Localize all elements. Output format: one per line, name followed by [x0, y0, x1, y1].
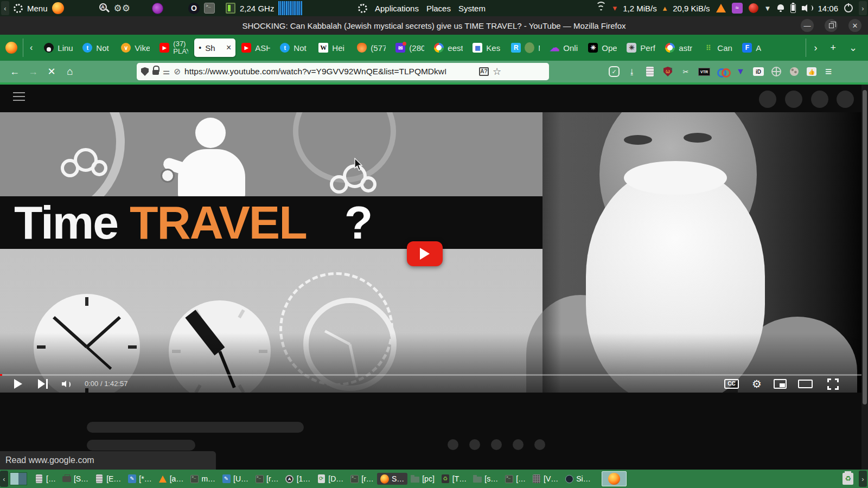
tab-vike[interactable]: ∨Vike [116, 35, 155, 61]
task-window[interactable]: ✎[U… [219, 473, 252, 485]
battery-icon[interactable] [790, 4, 796, 13]
notifications-bell-icon[interactable] [777, 4, 784, 12]
network-graph-icon[interactable] [278, 1, 302, 15]
panel-scroll-left-button[interactable]: ‹ [1, 1, 9, 15]
triangle-extension-icon[interactable]: ▼ [735, 66, 746, 77]
tab-r-green[interactable]: RM [506, 35, 545, 61]
tab-f[interactable]: FA [737, 35, 776, 61]
tab-perf[interactable]: ✳Perf [622, 35, 660, 61]
tab-kes[interactable]: ▦Kes [468, 35, 506, 61]
tab-linux[interactable]: Linu [39, 35, 78, 61]
vlc-tray-icon[interactable] [716, 4, 726, 12]
shield-check-extension-icon[interactable]: ✓ [609, 66, 620, 77]
forward-button[interactable]: → [24, 66, 42, 78]
scrollbar-thumb[interactable] [863, 90, 867, 404]
workspace-switcher[interactable] [10, 472, 27, 485]
url-input[interactable]: https://www.youtube.com/watch?v=Y9GVV92W… [184, 67, 475, 76]
firefox-launcher-icon[interactable] [52, 2, 64, 14]
restore-button[interactable] [825, 19, 838, 32]
magnifier-icon[interactable]: A [99, 3, 110, 14]
task-window[interactable]: [a… [155, 473, 187, 485]
tab-openai[interactable]: ✳Ope [583, 35, 622, 61]
task-window[interactable]: A[1… [282, 473, 314, 485]
tab-twitter-1[interactable]: tNot [78, 35, 116, 61]
applications-menu[interactable]: Applications [375, 4, 419, 13]
tracking-protection-shield-icon[interactable] [141, 67, 149, 76]
gears-icon[interactable]: ⚙⚙ [114, 4, 130, 13]
volume-icon[interactable] [802, 4, 812, 12]
like-extension-icon[interactable]: 👍 [807, 67, 816, 76]
tab-can[interactable]: ⠿Can [699, 35, 737, 61]
list-all-tabs-button[interactable]: ⌄ [844, 42, 863, 54]
task-window[interactable]: >_m… [187, 473, 219, 485]
trash-icon[interactable]: ♻ [843, 473, 853, 485]
new-tab-button[interactable]: + [825, 42, 841, 54]
guide-hamburger-button[interactable] [13, 92, 25, 104]
vtr-extension-icon[interactable]: VTR [698, 68, 710, 76]
clock[interactable]: 14:06 [818, 4, 838, 13]
task-window[interactable]: [E… [92, 473, 124, 485]
url-bar[interactable]: ⚌ ⊘ https://www.youtube.com/watch?v=Y9GV… [137, 63, 549, 80]
scissors-extension-icon[interactable]: ✂ [680, 66, 691, 77]
lock-icon[interactable] [152, 68, 159, 76]
purple-tray-icon[interactable]: ≈ [732, 3, 743, 14]
theater-mode-button[interactable] [798, 380, 813, 388]
tab-youtube-playlist[interactable]: ▶(37)PLAY [155, 35, 193, 61]
triangle-tray-icon[interactable]: ▼ [764, 4, 771, 12]
rings-extension-icon[interactable] [717, 67, 728, 76]
fullscreen-button[interactable] [827, 378, 839, 390]
next-button[interactable] [38, 379, 45, 389]
close-button[interactable]: ✕ [848, 19, 861, 32]
panel-scroll-right-button[interactable]: › [859, 1, 867, 15]
task-window[interactable]: ✎[*… [124, 473, 155, 485]
bookmark-star-icon[interactable]: ☆ [493, 66, 501, 78]
back-button[interactable]: ← [5, 66, 24, 78]
tab-close-icon[interactable]: × [226, 43, 231, 53]
permissions-icon[interactable]: ⚌ [163, 67, 170, 76]
captions-button[interactable]: CC [724, 379, 739, 389]
task-window[interactable]: [pc] [407, 473, 438, 485]
tabs-scroll-right-button[interactable]: › [808, 42, 822, 54]
settings-gear-button[interactable]: ⚙ [752, 377, 762, 390]
task-window[interactable]: [… [31, 473, 59, 485]
youtube-play-button[interactable] [407, 241, 443, 266]
task-window-active[interactable]: S… [377, 473, 407, 485]
tab-youtube-ash[interactable]: ▶ASH [237, 35, 275, 61]
play-button[interactable] [14, 379, 22, 389]
tabs-scroll-left-button[interactable]: ‹ [23, 43, 39, 53]
main-menu[interactable]: Menu [27, 4, 48, 13]
taskbar-scroll-right-button[interactable]: › [859, 471, 867, 487]
downloads-button[interactable]: ⭳ [627, 66, 637, 77]
app-menu-button[interactable]: ≡ [825, 65, 832, 78]
tab-online[interactable]: ☁Onli [545, 35, 583, 61]
id-extension-icon[interactable]: iD [753, 67, 764, 76]
tab-active-shocking[interactable]: •Sh× [194, 38, 235, 57]
minimize-button[interactable]: — [801, 19, 814, 32]
tab-google-eest[interactable]: eest [429, 35, 468, 61]
firefox-taskbar-launcher[interactable] [602, 471, 627, 486]
autoplay-blocked-icon[interactable]: ⊘ [174, 67, 181, 76]
cookie-extension-icon[interactable] [790, 67, 799, 76]
red-status-icon[interactable] [749, 3, 758, 13]
menu-logo-icon[interactable] [14, 4, 23, 13]
translate-icon[interactable]: A? [479, 67, 489, 76]
wifi-icon[interactable] [595, 4, 607, 12]
taskbar-scroll-left-button[interactable]: ‹ [0, 471, 8, 487]
task-window[interactable]: >_[… [501, 473, 529, 485]
tab-twitter-2[interactable]: tNot [275, 35, 314, 61]
power-icon[interactable] [844, 4, 853, 12]
miniplayer-button[interactable] [774, 379, 787, 389]
task-window[interactable]: ♻[T… [438, 473, 470, 485]
task-window[interactable]: [V… [529, 473, 561, 485]
page-scrollbar[interactable] [861, 85, 868, 470]
task-window[interactable]: >_[r… [252, 473, 282, 485]
globe-extension-icon[interactable] [771, 67, 781, 76]
task-window[interactable]: [s… [470, 473, 501, 485]
tab-mail[interactable]: ✉(280 [391, 35, 429, 61]
task-window[interactable]: [S… [59, 473, 92, 485]
firefox-menu-icon[interactable] [5, 42, 17, 54]
places-menu[interactable]: Places [426, 4, 451, 13]
tab-wikipedia[interactable]: WHei [314, 35, 352, 61]
video-player[interactable]: Time TRAVEL? 0:00 [0, 112, 861, 393]
home-button[interactable]: ⌂ [61, 66, 79, 78]
